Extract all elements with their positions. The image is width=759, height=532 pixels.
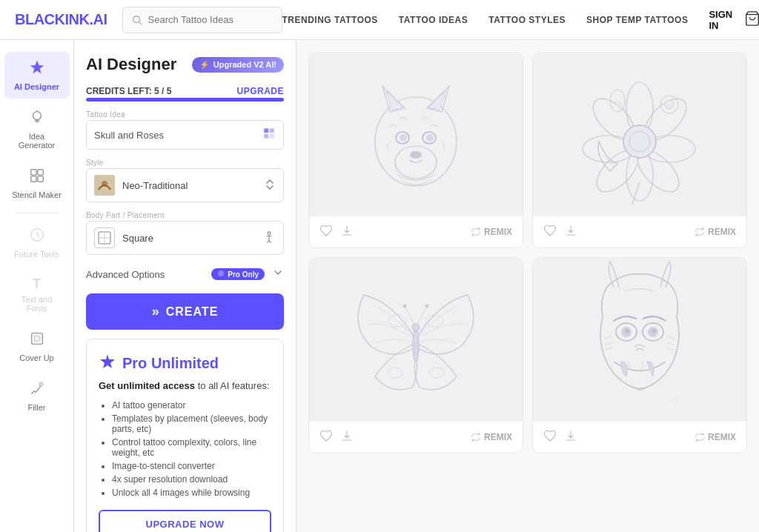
svg-rect-14: [264, 128, 268, 133]
style-field-group: Style Neo-Traditional: [86, 159, 284, 202]
upgrade-link[interactable]: UPGRADE: [236, 86, 284, 96]
nav-links: TRENDING TATTOOS TATTOO IDEAS TATTOO STY…: [282, 15, 689, 25]
svg-point-51: [412, 324, 420, 331]
pro-feature-2: Templates by placement (sleeves, body pa…: [112, 413, 271, 434]
remix-button-wolf[interactable]: REMIX: [471, 227, 512, 237]
gallery-item-butterfly: REMIX: [308, 257, 523, 453]
idea-generator-icon: [29, 109, 45, 129]
sidebar: AI Designer Idea Generator: [0, 40, 74, 532]
search-input[interactable]: [148, 14, 273, 25]
tattoo-idea-label: Tattoo Idea: [86, 110, 284, 119]
advanced-options-row[interactable]: Advanced Options Pro Only: [86, 264, 284, 285]
svg-rect-17: [270, 134, 274, 139]
remix-button-butterfly[interactable]: REMIX: [471, 432, 512, 442]
svg-point-62: [625, 329, 629, 333]
sidebar-item-stencil-maker[interactable]: Stencil Maker: [4, 160, 70, 207]
search-icon: [132, 15, 142, 25]
gallery-action-right-butterfly: REMIX: [471, 432, 512, 442]
svg-marker-3: [30, 61, 43, 73]
gallery-item-wolf: REMIX: [308, 52, 523, 248]
pro-features-list: AI tattoo generator Templates by placeme…: [99, 400, 271, 498]
sidebar-item-ai-designer-label: AI Designer: [14, 82, 59, 91]
svg-point-19: [102, 181, 107, 187]
svg-point-57: [429, 368, 444, 378]
gallery-actions-wolf: REMIX: [309, 216, 523, 247]
svg-rect-15: [270, 128, 274, 133]
lightning-icon: ⚡: [199, 60, 210, 70]
download-icon-oni[interactable]: [564, 429, 577, 445]
create-button[interactable]: » CREATE: [86, 293, 284, 330]
magic-wand-icon: [262, 127, 276, 143]
logo-black: BLACK: [15, 11, 65, 27]
pro-feature-6: Unlock all 4 images while browsing: [112, 488, 271, 498]
gallery-img-flower: [533, 53, 746, 216]
gallery-grid: REMIX: [308, 52, 747, 453]
wolf-illustration: [334, 53, 497, 216]
svg-rect-9: [37, 176, 42, 182]
pro-feature-1: AI tattoo generator: [112, 400, 271, 410]
nav-shop[interactable]: SHOP TEMP TATTOOS: [586, 15, 688, 25]
ai-designer-icon: [29, 59, 45, 79]
sign-in-button[interactable]: SIGN IN: [709, 9, 732, 31]
gallery-actions-flower: REMIX: [533, 216, 746, 247]
sidebar-item-stencil-maker-label: Stencil Maker: [12, 190, 62, 199]
svg-point-50: [413, 329, 419, 362]
upgrade-now-button[interactable]: UPGRADE NOW: [99, 510, 271, 532]
style-selector[interactable]: Neo-Traditional: [86, 168, 284, 202]
download-icon-wolf[interactable]: [340, 224, 354, 240]
filler-icon: [29, 380, 45, 400]
pro-feature-3: Control tattoo complexity, colors, line …: [112, 437, 271, 458]
gallery-action-left-wolf: [319, 224, 354, 240]
sidebar-item-filler[interactable]: Filler: [4, 373, 70, 419]
nav-styles[interactable]: TATTOO STYLES: [488, 15, 566, 25]
cart-icon[interactable]: [744, 10, 759, 29]
text-fonts-icon: T: [33, 276, 41, 292]
like-icon-oni[interactable]: [543, 429, 557, 445]
gallery-img-oni: ⬡: [533, 258, 746, 421]
sidebar-item-cover-up[interactable]: Cover Up: [4, 323, 70, 370]
credits-section: CREDITS LEFT: 5 / 5 UPGRADE: [86, 86, 284, 102]
like-icon-butterfly[interactable]: [319, 429, 333, 445]
svg-rect-16: [264, 134, 268, 139]
like-icon-wolf[interactable]: [319, 224, 333, 240]
gallery-action-right-flower: REMIX: [695, 227, 736, 237]
stencil-maker-icon: [29, 167, 45, 187]
like-icon-flower[interactable]: [543, 224, 557, 240]
pro-feature-4: Image-to-stencil converter: [112, 461, 271, 471]
gallery-action-left-oni: [543, 429, 577, 445]
gallery-action-right-oni: REMIX: [695, 432, 736, 442]
sidebar-item-idea-generator[interactable]: Idea Generator: [4, 102, 70, 157]
left-panel: AI Designer ⚡ Upgraded V2 AI! CREDITS LE…: [74, 40, 296, 532]
svg-rect-8: [30, 176, 36, 182]
sidebar-item-future-tools: Future Tools: [4, 219, 70, 266]
logo-dot: .AI: [89, 11, 107, 27]
body-part-selector[interactable]: Square: [86, 221, 284, 255]
gallery-actions-butterfly: REMIX: [309, 421, 523, 453]
nav-ideas[interactable]: TATTOO IDEAS: [399, 15, 468, 25]
tattoo-idea-input[interactable]: [94, 130, 262, 141]
remix-button-flower[interactable]: REMIX: [695, 227, 736, 237]
gallery-action-right-wolf: REMIX: [471, 227, 512, 237]
style-thumbnail: [94, 175, 115, 196]
svg-point-26: [375, 97, 457, 186]
style-arrow-icon: [264, 179, 276, 193]
svg-point-52: [403, 305, 407, 308]
credits-row: CREDITS LEFT: 5 / 5 UPGRADE: [86, 86, 284, 96]
sidebar-item-ai-designer[interactable]: AI Designer: [4, 52, 70, 99]
nav-trending[interactable]: TRENDING TATTOOS: [282, 15, 378, 25]
svg-marker-25: [100, 354, 115, 368]
svg-point-34: [400, 134, 407, 142]
gallery-item-flower: REMIX: [532, 52, 747, 248]
create-label: CREATE: [166, 305, 219, 319]
remix-button-oni[interactable]: REMIX: [695, 432, 736, 442]
tattoo-idea-input-wrapper: [86, 120, 284, 150]
top-nav: BLACKINK.AI TRENDING TATTOOS TATTOO IDEA…: [0, 0, 759, 40]
svg-rect-12: [34, 336, 39, 341]
download-icon-butterfly[interactable]: [340, 429, 354, 445]
download-icon-flower[interactable]: [564, 224, 577, 240]
logo[interactable]: BLACKINK.AI: [15, 11, 107, 28]
advanced-options-label: Advanced Options: [86, 269, 165, 280]
butterfly-illustration: [334, 258, 497, 421]
credits-text: CREDITS LEFT: 5 / 5: [86, 86, 171, 96]
sidebar-item-idea-generator-label: Idea Generator: [10, 132, 64, 150]
